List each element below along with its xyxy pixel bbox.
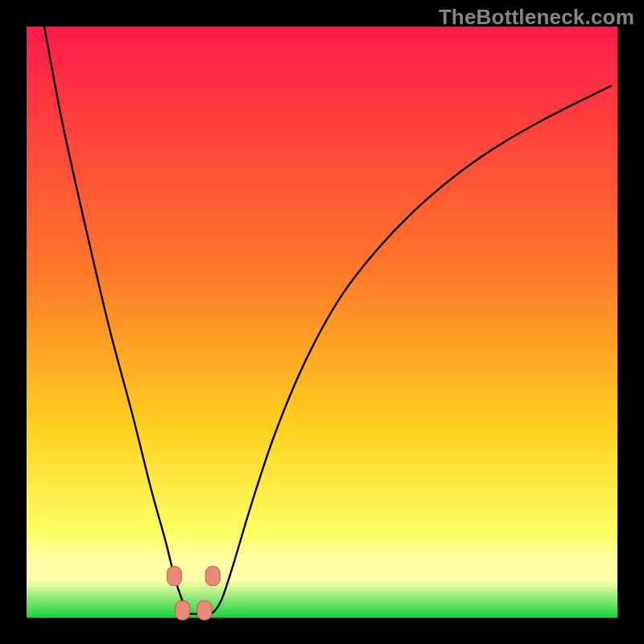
curve-marker — [167, 567, 182, 586]
green-band — [27, 579, 617, 617]
watermark-text: TheBottleneck.com — [439, 5, 634, 30]
curve-marker — [175, 601, 190, 620]
curve-marker — [205, 567, 220, 586]
chart-frame: TheBottleneck.com — [0, 0, 644, 644]
svg-rect-19 — [27, 616, 617, 618]
plot-background — [27, 27, 617, 617]
bottleneck-chart — [0, 0, 644, 644]
curve-marker — [197, 601, 212, 620]
